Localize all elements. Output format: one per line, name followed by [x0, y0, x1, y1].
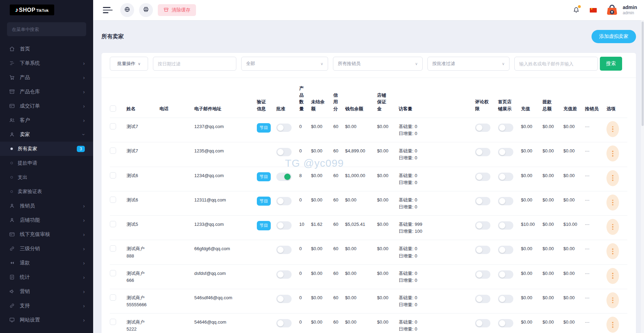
status-select[interactable]: 全部 ∨	[241, 57, 328, 71]
outstanding-amount: $0.00	[311, 197, 323, 203]
comment-permission-toggle[interactable]	[475, 246, 490, 254]
avatar[interactable]	[605, 3, 619, 17]
sidebar-item-order-system[interactable]: 下单系统›	[0, 56, 93, 70]
approve-toggle[interactable]	[276, 148, 292, 156]
row-checkbox[interactable]	[110, 319, 116, 325]
clear-cache-label: 清除缓存	[172, 7, 190, 13]
row-options-button[interactable]	[606, 292, 619, 308]
row-checkbox[interactable]	[110, 294, 116, 301]
row-options-button[interactable]	[606, 121, 619, 137]
column-header-shop-deposit: 店铺 保证 金	[377, 78, 399, 118]
sidebar-item-shop-features[interactable]: 店铺功能›	[0, 213, 93, 227]
withdraw-total: $0.00	[543, 295, 554, 300]
sidebar-item-product-warehouse[interactable]: 产品仓库›	[0, 85, 93, 99]
table-body: 测试71237@qq.com节目0$0.0060$0.00$0.00基础量: 0…	[110, 118, 627, 333]
clear-cache-button[interactable]: 清除缓存	[158, 4, 196, 16]
row-checkbox[interactable]	[110, 245, 116, 252]
sidebar-item-three-level-distribution[interactable]: 三级分销›	[0, 241, 93, 256]
approval-filter-select[interactable]: 按批准过滤 ∨	[427, 57, 510, 71]
row-options-button[interactable]	[606, 195, 619, 211]
select-all-checkbox[interactable]	[110, 105, 116, 112]
date-filter-input[interactable]	[153, 57, 236, 71]
sidebar-item-all-sellers[interactable]: 所有卖家3	[0, 142, 93, 156]
row-checkbox[interactable]	[110, 270, 116, 276]
shop-deposit: $0.00	[377, 222, 389, 227]
sidebar-item-refunds[interactable]: 退款›	[0, 256, 93, 270]
sidebar-item-home[interactable]: 首页	[0, 42, 93, 56]
row-options-button[interactable]	[606, 145, 619, 161]
recharge-amount: $0.00	[521, 197, 532, 203]
homepage-display-toggle[interactable]	[498, 124, 513, 132]
visitor-base: 基础量: 0	[399, 197, 472, 204]
approve-toggle[interactable]	[276, 221, 292, 230]
homepage-display-toggle[interactable]	[498, 319, 513, 327]
comment-permission-toggle[interactable]	[475, 319, 490, 327]
comment-permission-toggle[interactable]	[475, 270, 490, 279]
comment-permission-toggle[interactable]	[475, 221, 490, 230]
homepage-display-toggle[interactable]	[498, 246, 513, 254]
sidebar-item-sellers[interactable]: 卖家›	[0, 127, 93, 142]
page-scrollbar[interactable]	[641, 20, 644, 333]
row-options-button[interactable]	[606, 268, 619, 284]
print-button[interactable]	[139, 3, 153, 17]
comment-permission-toggle[interactable]	[475, 295, 490, 303]
comment-permission-toggle[interactable]	[475, 148, 490, 156]
homepage-display-toggle[interactable]	[498, 148, 513, 156]
row-checkbox[interactable]	[110, 221, 116, 227]
row-options-button[interactable]	[606, 243, 619, 259]
approve-toggle[interactable]	[276, 270, 292, 279]
search-button[interactable]: 搜索	[600, 57, 622, 71]
homepage-display-toggle[interactable]	[498, 221, 513, 230]
menu-search-input[interactable]	[7, 22, 86, 36]
sidebar-item-customers[interactable]: 客户›	[0, 113, 93, 127]
comment-permission-toggle[interactable]	[475, 197, 490, 205]
homepage-display-toggle[interactable]	[498, 295, 513, 303]
chevron-right-icon: ›	[83, 203, 85, 208]
homepage-display-toggle[interactable]	[498, 173, 513, 181]
chevron-right-icon: ›	[83, 275, 85, 280]
row-options-button[interactable]	[606, 219, 619, 235]
sidebar-item-products[interactable]: 产品›	[0, 70, 93, 85]
sidebar-item-statistics[interactable]: 统计›	[0, 270, 93, 284]
user-info[interactable]: admin admin	[623, 5, 637, 16]
approve-toggle[interactable]	[276, 295, 292, 303]
salesman-select[interactable]: 所有推销员 ∨	[333, 57, 423, 71]
column-header-wallet-balance: 钱包余额	[345, 78, 377, 118]
row-checkbox[interactable]	[110, 172, 116, 179]
approve-toggle[interactable]	[276, 319, 292, 327]
sidebar-toggle-icon[interactable]	[103, 7, 113, 13]
homepage-display-toggle[interactable]	[498, 197, 513, 205]
brand-logo[interactable]: ♪ SHOP TikTok	[10, 5, 54, 15]
approve-toggle[interactable]	[276, 124, 292, 132]
sidebar-item-seller-verification[interactable]: 卖家验证表	[0, 184, 93, 199]
language-globe-button[interactable]	[120, 3, 134, 17]
approve-toggle[interactable]	[276, 173, 292, 181]
add-virtual-seller-button[interactable]: 添加虚拟卖家	[592, 30, 636, 43]
approve-toggle[interactable]	[276, 197, 292, 205]
bulk-actions-dropdown[interactable]: 批量操作 ∨	[110, 57, 148, 71]
search-input[interactable]	[514, 57, 598, 71]
row-checkbox[interactable]	[110, 197, 116, 203]
approve-toggle[interactable]	[276, 246, 292, 254]
row-checkbox[interactable]	[110, 148, 116, 154]
sidebar-item-marketing[interactable]: 营销›	[0, 284, 93, 299]
megaphone-icon	[9, 288, 15, 294]
notifications-button[interactable]	[572, 6, 580, 14]
comment-permission-toggle[interactable]	[475, 124, 490, 132]
sidebar-item-withdraw-requests[interactable]: 提款申请	[0, 156, 93, 170]
row-checkbox[interactable]	[110, 123, 116, 129]
shop-deposit: $0.00	[377, 246, 389, 251]
homepage-display-toggle[interactable]	[498, 270, 513, 279]
sidebar-item-website-settings[interactable]: 网站设置›	[0, 313, 93, 327]
sidebar-item-offline-recharge-review[interactable]: 线下充值审核›	[0, 227, 93, 241]
comment-permission-toggle[interactable]	[475, 173, 490, 181]
credit-score: 60	[333, 222, 338, 227]
sidebar-item-deal-orders[interactable]: 成交订单›	[0, 99, 93, 113]
row-options-button[interactable]	[606, 170, 619, 186]
language-flag-icon[interactable]: ★	[590, 8, 597, 13]
sidebar-item-support[interactable]: 支持›	[0, 299, 93, 313]
row-options-button[interactable]	[606, 317, 619, 333]
scrollbar-thumb[interactable]	[642, 22, 644, 126]
sidebar-item-expenses[interactable]: 支出	[0, 170, 93, 184]
sidebar-item-salesmen[interactable]: 推销员›	[0, 199, 93, 213]
